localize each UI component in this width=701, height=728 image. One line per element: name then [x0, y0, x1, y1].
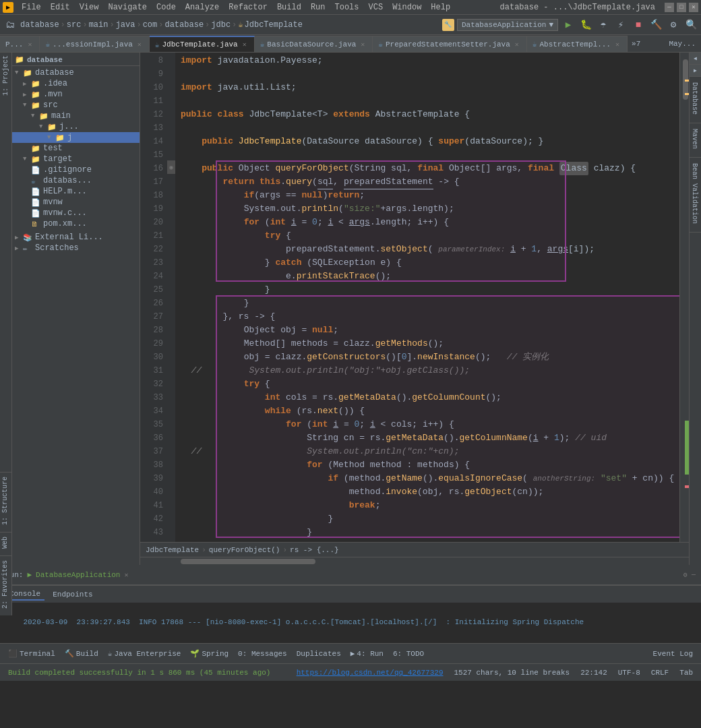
label-web[interactable]: Web [0, 532, 12, 555]
tab-basicdatasource[interactable]: ☕ BasicDataSource.java ✕ [255, 36, 373, 52]
tool-todo[interactable]: 6: TODO [390, 648, 427, 659]
menu-build[interactable]: Build [273, 3, 305, 12]
tree-item-mvnwcmd[interactable]: 📄 mvnw.c... [12, 208, 140, 218]
breadcrumb-database2[interactable]: database [164, 20, 204, 30]
tab-preparedstatementsetter[interactable]: ☕ PreparedStatementSetter.java ✕ [373, 36, 526, 52]
breadcrumb-com[interactable]: com [143, 20, 158, 30]
breadcrumb-java[interactable]: java [116, 20, 135, 30]
menu-run[interactable]: Run [307, 3, 330, 12]
run-minimize-icon[interactable]: — [692, 571, 696, 578]
panel-label-bean-validation[interactable]: Bean Validation [690, 158, 701, 233]
status-position[interactable]: 22:142 [578, 669, 610, 677]
maximize-button[interactable]: □ [677, 3, 686, 12]
tab-may[interactable]: May... [663, 40, 701, 48]
breadcrumb-src[interactable]: src [67, 20, 82, 30]
tool-spring[interactable]: 🌱 Spring [187, 648, 231, 659]
tree-item-pom[interactable]: 🗎 pom.xm... [12, 218, 140, 229]
search-button[interactable]: 🔍 [683, 18, 698, 32]
tree-item-target[interactable]: ▼ 📁 target [12, 154, 140, 164]
tab-sessionimpl[interactable]: ☕ ...essionImpl.java ✕ [40, 36, 149, 52]
tool-build[interactable]: 🔨 Build [62, 648, 101, 659]
console-tab-endpoints[interactable]: Endpoints [49, 589, 96, 600]
run-config-dropdown[interactable]: DatabaseApplication ▼ [457, 19, 558, 31]
tab-abstracttempl-close[interactable]: ✕ [613, 40, 621, 49]
tool-run[interactable]: ▶ 4: Run [348, 648, 386, 659]
status-indent[interactable]: Tab [677, 669, 696, 677]
tool-java-enterprise[interactable]: ☕ Java Enterprise [105, 648, 184, 659]
menu-window[interactable]: Window [388, 3, 425, 12]
breadcrumb-jdbc[interactable]: jdbc [211, 20, 231, 30]
profile-button[interactable]: ⚡ [613, 18, 628, 32]
horizontal-scrollbar[interactable] [140, 557, 689, 565]
horizontal-scrollbar-thumb[interactable] [181, 559, 315, 564]
tree-item-help[interactable]: 📄 HELP.m... [12, 186, 140, 197]
breadcrumb-main[interactable]: main [89, 20, 109, 30]
tree-item-j2[interactable]: ▼ 📁 j [12, 132, 140, 143]
close-button[interactable]: ✕ [689, 3, 698, 12]
stop-button[interactable]: ■ [631, 18, 646, 32]
breadcrumb-nav-file[interactable]: JdbcTemplate [146, 546, 199, 554]
menu-file[interactable]: File [18, 3, 45, 12]
menu-help[interactable]: Help [427, 3, 454, 12]
tree-item-external[interactable]: ▶ 📚 External Li... [12, 232, 140, 243]
menu-analyze[interactable]: Analyze [181, 3, 223, 12]
breadcrumb-jdbctemplate[interactable]: JdbcTemplate [245, 20, 303, 30]
tab-project[interactable]: P... ✕ [0, 36, 40, 52]
tab-project-close[interactable]: ✕ [26, 40, 34, 49]
menu-navigate[interactable]: Navigate [104, 3, 151, 12]
menu-refactor[interactable]: Refactor [224, 3, 272, 12]
tool-messages[interactable]: 0: Messages [235, 648, 290, 659]
tool-duplicates[interactable]: Duplicates [294, 648, 344, 659]
status-linesep[interactable]: CRLF [648, 669, 671, 677]
tool-terminal[interactable]: ⬛ Terminal [5, 648, 58, 659]
tree-item-idea[interactable]: ▶ 📁 .idea [12, 78, 140, 89]
panel-label-project[interactable]: 1: Project [2, 55, 9, 96]
label-structure[interactable]: 1: Structure [0, 472, 12, 532]
tree-item-j1[interactable]: ▼ 📁 j... [12, 121, 140, 132]
right-panel-arrow[interactable]: ◀ [690, 53, 701, 65]
debug-button[interactable]: 🐛 [578, 18, 593, 32]
tab-abstracttempl[interactable]: ☕ AbstractTempl... ✕ [527, 36, 628, 52]
tree-item-gitignore[interactable]: 📄 .gitignore [12, 164, 140, 175]
tool-event-log[interactable]: Event Log [650, 648, 696, 659]
status-url[interactable]: https://blog.csdn.net/qq_42677329 [294, 669, 446, 677]
right-panel-arrow2[interactable]: ▶ [690, 65, 701, 77]
tab-jdbctemplate[interactable]: ☕ JdbcTemplate.java ✕ [150, 36, 255, 52]
settings-button[interactable]: ⚙ [666, 18, 681, 32]
tree-item-database[interactable]: ▼ 📁 database [12, 67, 140, 78]
menu-vcs[interactable]: VCS [365, 3, 388, 12]
tree-item-databas[interactable]: ☕ databas... [12, 175, 140, 186]
run-button[interactable]: ▶ [561, 18, 576, 32]
breadcrumb-nav-lambda[interactable]: rs -> {...} [290, 546, 339, 554]
menu-view[interactable]: View [75, 3, 103, 12]
breadcrumb-database[interactable]: database [20, 20, 59, 30]
tab-preparedstatementsetter-close[interactable]: ✕ [513, 40, 521, 49]
label-favorites[interactable]: 2: Favorites [0, 555, 12, 615]
menu-tools[interactable]: Tools [331, 3, 363, 12]
tab-jdbctemplate-close[interactable]: ✕ [241, 40, 249, 49]
tab-sessionimpl-close[interactable]: ✕ [135, 40, 144, 49]
tree-item-src[interactable]: ▼ 📁 src [12, 100, 140, 111]
tree-item-mvnw[interactable]: 📄 mvnw [12, 197, 140, 208]
menu-edit[interactable]: Edit [47, 3, 74, 12]
tab-basicdatasource-close[interactable]: ✕ [359, 40, 367, 49]
run-settings-icon[interactable]: ⚙ [683, 571, 688, 579]
sidebar-collapse-icon[interactable]: 📁 [15, 55, 24, 64]
vertical-scrollbar[interactable] [679, 53, 689, 542]
tree-item-scratches[interactable]: ▶ ✏ Scratches [12, 243, 140, 253]
status-encoding[interactable]: UTF-8 [615, 669, 643, 677]
breadcrumb-nav-method[interactable]: queryForObject() [209, 546, 280, 554]
tree-item-main[interactable]: ▼ 📁 main [12, 111, 140, 121]
run-tab-x[interactable]: ✕ [124, 571, 128, 579]
tab-more[interactable]: »7 [628, 40, 644, 48]
build-button[interactable]: 🔨 [648, 18, 663, 32]
minimize-button[interactable]: — [665, 3, 674, 12]
tree-item-test[interactable]: 📁 test [12, 143, 140, 154]
panel-label-maven[interactable]: Maven [690, 123, 701, 158]
tree-item-mvn[interactable]: ▶ 📁 .mvn [12, 89, 140, 100]
menu-code[interactable]: Code [152, 3, 180, 12]
panel-label-database[interactable]: Database [690, 77, 701, 123]
code-content[interactable]: import javadataion.Payesse; import java.… [175, 53, 679, 542]
status-build[interactable]: Build completed successfully in 1 s 860 … [5, 669, 273, 677]
coverage-button[interactable]: ☂ [596, 18, 611, 32]
